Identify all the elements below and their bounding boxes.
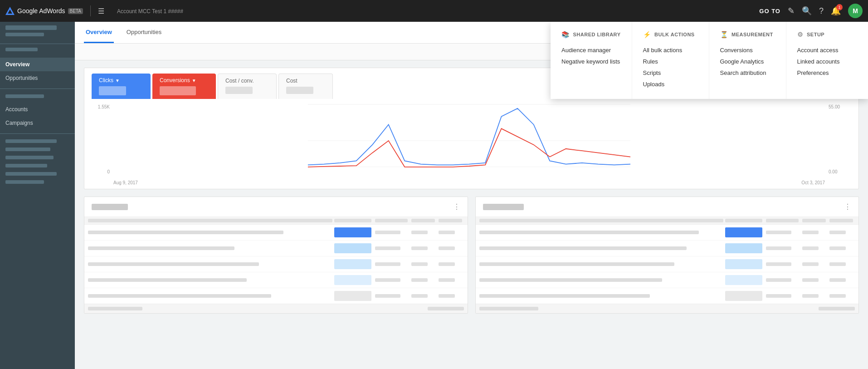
accounts-table-row-3 (84, 256, 468, 272)
metric-clicks-label: Clicks ▼ (99, 77, 143, 84)
main-layout: Overview Opportunities Accounts Campaign… (0, 22, 868, 369)
subnav-opportunities-label: Opportunities (127, 29, 161, 35)
account-name-text: Account MCC Test 1 ##### (117, 8, 183, 15)
search-attribution-link[interactable]: Search attribution (720, 67, 775, 79)
accounts-card-footer (84, 304, 468, 313)
rules-link[interactable]: Rules (643, 56, 698, 67)
chart-svg (113, 104, 825, 177)
linked-accounts-link[interactable]: Linked accounts (797, 56, 853, 67)
subnav-overview[interactable]: Overview (84, 22, 114, 43)
account-access-link[interactable]: Account access (797, 44, 853, 56)
accounts-table-row-1 (84, 225, 468, 241)
chart-area: 1.55K 0 (84, 99, 858, 189)
setup-title: ⚙ SETUP (797, 31, 853, 38)
uploads-link[interactable]: Uploads (643, 79, 698, 90)
audience-manager-link[interactable]: Audience manager (561, 44, 621, 56)
dropdown-measurement: ⏳ MEASUREMENT Conversions Google Analyti… (709, 22, 786, 99)
sidebar-item-accounts-label: Accounts (5, 106, 28, 113)
top-bar-right: GO TO ✎ 🔍 ? 🔔 1 M (759, 4, 863, 18)
top-bar: Google AdWords BETA ☰ Account MCC Test 1… (0, 0, 868, 22)
y-axis-right: 55.00 0.00 (829, 104, 851, 185)
sidebar-search-blurred (5, 33, 44, 36)
chart-icon[interactable]: ✎ (788, 6, 795, 16)
subnav-opportunities[interactable]: Opportunities (125, 22, 163, 43)
sidebar-divider-3 (0, 133, 75, 134)
sidebar-account-blurred (5, 25, 57, 30)
sidebar-label-blurred (5, 48, 38, 51)
dropdown-bulk-actions: ⚡ BULK ACTIONS All bulk actions Rules Sc… (632, 22, 709, 99)
campaigns-card-header: ⋮ (476, 197, 859, 217)
logo: Google AdWords BETA (5, 7, 83, 15)
conversions-dropdown-arrow: ▼ (192, 78, 196, 83)
campaigns-table-header (476, 217, 859, 225)
chart-svg-container: Aug 9, 2017 Oct 3, 2017 (113, 104, 825, 185)
metric-clicks[interactable]: Clicks ▼ (92, 74, 151, 99)
accounts-card-header: ⋮ (84, 197, 468, 217)
preferences-link[interactable]: Preferences (797, 67, 853, 79)
all-bulk-actions-link[interactable]: All bulk actions (643, 44, 698, 56)
campaigns-table-row-5 (476, 288, 859, 304)
accounts-table-row-4 (84, 272, 468, 288)
conversions-link[interactable]: Conversions (720, 44, 775, 56)
sidebar-item-campaigns-label: Campaigns (5, 120, 33, 126)
chart-wrapper: 1.55K 0 (92, 104, 851, 185)
sidebar-label-blurred-2 (5, 94, 44, 98)
bulk-actions-title: ⚡ BULK ACTIONS (643, 31, 698, 38)
campaigns-card: ⋮ (475, 197, 859, 314)
accounts-card-menu[interactable]: ⋮ (453, 202, 460, 211)
goto-button[interactable]: GO TO (759, 8, 780, 15)
sidebar-item-opportunities[interactable]: Opportunities (0, 71, 75, 85)
search-icon[interactable]: 🔍 (802, 6, 812, 16)
sidebar-divider-2 (0, 89, 75, 89)
measurement-title: ⏳ MEASUREMENT (720, 31, 775, 38)
sidebar-item-accounts[interactable]: Accounts (0, 103, 75, 116)
help-icon[interactable]: ? (819, 6, 824, 16)
accounts-table-header (84, 217, 468, 225)
google-analytics-link[interactable]: Google Analytics (720, 56, 775, 67)
scripts-link[interactable]: Scripts (643, 67, 698, 79)
sidebar-blurred-items (0, 138, 75, 190)
account-name-display: Account MCC Test 1 ##### (117, 8, 756, 15)
accounts-table-row-2 (84, 241, 468, 256)
cost-value-blurred (286, 87, 313, 94)
measurement-icon: ⏳ (720, 31, 728, 38)
sidebar-item-opportunities-label: Opportunities (5, 75, 38, 81)
dropdown-menu: 📚 SHARED LIBRARY Audience manager Negati… (551, 22, 868, 99)
notification-icon[interactable]: 🔔 1 (831, 6, 841, 16)
campaigns-table-row-1 (476, 225, 859, 241)
bulk-actions-icon: ⚡ (643, 31, 651, 38)
metric-cost[interactable]: Cost (278, 74, 333, 99)
sidebar-item-campaigns[interactable]: Campaigns (0, 116, 75, 130)
sidebar-toggle-icon[interactable]: ☰ (98, 7, 104, 15)
logo-text: Google AdWords (17, 7, 65, 15)
metric-cost-per-conv[interactable]: Cost / conv. (218, 74, 277, 99)
metric-cost-per-conv-label: Cost / conv. (225, 78, 269, 84)
logo-icon (5, 7, 15, 15)
shared-library-icon: 📚 (561, 31, 570, 38)
avatar[interactable]: M (848, 4, 863, 18)
sidebar-item-overview-label: Overview (5, 61, 29, 68)
negative-keyword-lists-link[interactable]: Negative keyword lists (561, 56, 621, 67)
campaigns-card-title (483, 204, 524, 210)
metric-conversions[interactable]: Conversions ▼ (152, 74, 216, 99)
sidebar-item-overview[interactable]: Overview (0, 58, 75, 71)
beta-badge: BETA (68, 8, 83, 14)
sidebar: Overview Opportunities Accounts Campaign… (0, 22, 75, 369)
campaigns-table-row-4 (476, 272, 859, 288)
sidebar-divider-1 (0, 44, 75, 44)
campaigns-card-menu[interactable]: ⋮ (844, 202, 851, 211)
cost-conv-value-blurred (225, 87, 253, 94)
accounts-card-title (92, 204, 128, 210)
shared-library-title: 📚 SHARED LIBRARY (561, 31, 621, 38)
campaigns-table-row-3 (476, 256, 859, 272)
setup-icon: ⚙ (797, 31, 804, 38)
divider (90, 5, 91, 16)
clicks-value-blurred (99, 86, 126, 95)
campaigns-card-footer (476, 304, 859, 313)
metric-conversions-label: Conversions ▼ (160, 77, 209, 84)
dropdown-shared-library: 📚 SHARED LIBRARY Audience manager Negati… (551, 22, 632, 99)
clicks-dropdown-arrow: ▼ (115, 78, 120, 83)
x-axis-labels: Aug 9, 2017 Oct 3, 2017 (113, 180, 825, 185)
bottom-cards: ⋮ (75, 197, 868, 321)
content-area: Overview Opportunities Return to previou… (75, 22, 868, 369)
